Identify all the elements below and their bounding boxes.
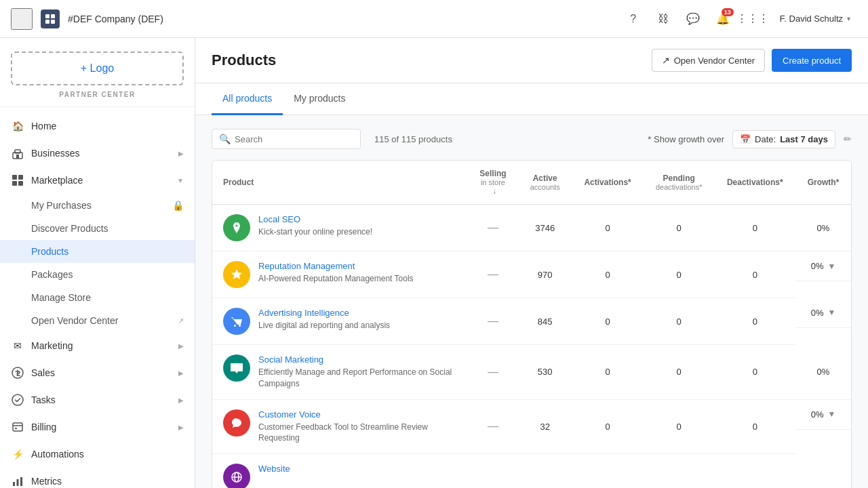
sidebar-item-sales[interactable]: Sales ▶ [0,359,195,386]
toolbar: 🔍 115 of 115 products * Show growth over… [212,129,852,149]
svg-rect-9 [12,181,17,186]
home-icon: 🏠 [11,119,24,133]
active-accounts-social: 530 [518,345,572,400]
notification-button[interactable]: 🔔 13 [711,7,735,31]
product-cell-customer-voice: Customer Voice Customer Feedback Tool to… [212,399,468,454]
sidebar-item-manage-store[interactable]: Manage Store [0,286,195,309]
search-icon: 🔍 [219,134,231,144]
tab-all-products[interactable]: All products [212,83,283,115]
product-name-advertising[interactable]: Advertising Intelligence [258,308,390,318]
col-growth: Growth* [795,161,851,205]
col-selling-in-store: Selling in store ↓ [468,161,518,205]
sidebar-label-automations: Automations [31,449,184,460]
chat-button[interactable]: 💬 [681,7,705,31]
tab-my-products[interactable]: My products [283,83,356,115]
sidebar-item-automations[interactable]: ⚡ Automations [0,441,195,468]
expand-icon[interactable]: ▼ [827,308,835,317]
help-button[interactable]: ? [621,7,646,31]
sidebar-label-sales: Sales [31,367,172,378]
sidebar-item-packages[interactable]: Packages [0,263,195,286]
selling-advertising: — [468,298,518,345]
active-accounts-customer-voice: 32 [518,399,572,454]
sidebar-item-products[interactable]: Products [0,240,195,263]
product-desc-social: Efficiently Manage and Report Performanc… [258,367,452,388]
activations-customer-voice: 0 [572,399,644,454]
growth-website [795,454,851,488]
sidebar-label-home: Home [31,121,184,131]
search-box: 🔍 [212,129,361,149]
marketplace-arrow-icon: ▼ [177,177,184,184]
table-row: Website [212,454,851,488]
link-icon: ⛓ [658,13,669,25]
sidebar-nav: 🏠 Home Businesses ▶ Marketplace ▼ [0,107,195,488]
expand-icon[interactable]: ▼ [827,262,835,271]
date-filter-button[interactable]: 📅 Date: Last 7 days [732,130,835,148]
topbar-icons: ? ⛓ 💬 🔔 13 ⋮⋮⋮ [621,7,765,31]
automations-icon: ⚡ [11,447,24,461]
pending-reputation: 0 [644,251,715,298]
pending-advertising: 0 [644,298,715,345]
content-area: 🔍 115 of 115 products * Show growth over… [195,115,868,488]
table-row: Social Marketing Efficiently Manage and … [212,345,851,400]
product-icon-website [223,464,250,488]
svg-rect-15 [13,482,15,486]
growth-reputation: 0% ▼ [795,251,851,281]
sidebar-item-marketplace[interactable]: Marketplace ▼ [0,167,195,194]
active-accounts-reputation: 970 [518,251,572,298]
sidebar-item-billing[interactable]: Billing ▶ [0,413,195,441]
product-name-local-seo[interactable]: Local SEO [258,214,372,224]
show-growth-label: * Show growth over [648,134,724,144]
partner-center-label: PARTNER CENTER [11,91,184,98]
col-active-label: Active [529,174,561,183]
sidebar-item-tasks[interactable]: Tasks ▶ [0,386,195,413]
col-deactivations: Deactivations* [715,161,795,205]
product-desc-reputation: AI-Powered Reputation Management Tools [258,274,414,283]
deactivations-local-seo: 0 [715,205,795,251]
apps-button[interactable]: ⋮⋮⋮ [741,7,765,31]
expand-icon[interactable]: ▼ [827,409,835,419]
sidebar-item-open-vendor-center[interactable]: Open Vendor Center ↗ [0,309,195,332]
lock-icon: 🔒 [172,200,184,211]
search-input[interactable] [235,134,353,144]
product-name-social[interactable]: Social Marketing [258,354,457,365]
activations-advertising: 0 [572,298,644,345]
hamburger-button[interactable] [11,8,33,30]
date-value: Last 7 days [780,134,828,144]
product-icon-customer-voice [223,409,250,436]
deactivations-social: 0 [715,345,795,400]
tasks-icon [11,393,24,407]
product-name-website[interactable]: Website [258,464,290,474]
user-menu[interactable]: F. David Schultz ▾ [773,9,857,28]
sidebar-item-home[interactable]: 🏠 Home [0,113,195,140]
open-vendor-center-label: Open Vendor Center [31,315,118,326]
col-activations: Activations* [572,161,644,205]
link-button[interactable]: ⛓ [651,7,675,31]
svg-rect-16 [17,479,19,486]
open-vendor-center-button[interactable]: ↗ Open Vendor Center [652,49,765,72]
billing-arrow-icon: ▶ [178,424,184,431]
marketplace-icon [11,174,24,187]
activations-local-seo: 0 [572,205,644,251]
logo-button[interactable]: + Logo [11,52,184,85]
deactivations-advertising: 0 [715,298,795,345]
sidebar-item-discover-products[interactable]: Discover Products [0,217,195,240]
selling-reputation: — [468,251,518,298]
product-name-customer-voice[interactable]: Customer Voice [258,409,457,420]
sort-icon[interactable]: ↓ [492,186,496,196]
product-name-reputation[interactable]: Reputation Management [258,261,414,271]
svg-rect-2 [45,20,50,24]
sidebar-item-marketing[interactable]: ✉ Marketing ▶ [0,332,195,359]
sidebar: + Logo PARTNER CENTER 🏠 Home Businesses … [0,38,195,488]
sidebar-item-my-purchases[interactable]: My Purchases 🔒 [0,194,195,217]
edit-icon[interactable]: ✏ [844,134,852,144]
svg-rect-8 [18,175,23,180]
page-title: Products [212,52,276,69]
product-icon-local-seo [223,214,250,241]
sidebar-item-metrics[interactable]: Metrics [0,468,195,488]
sidebar-item-businesses[interactable]: Businesses ▶ [0,140,195,167]
user-name: F. David Schultz [780,14,843,24]
date-label: Date: [755,134,776,144]
table-row: Customer Voice Customer Feedback Tool to… [212,399,851,454]
create-product-button[interactable]: Create product [772,49,852,72]
my-purchases-label: My Purchases [31,200,92,211]
